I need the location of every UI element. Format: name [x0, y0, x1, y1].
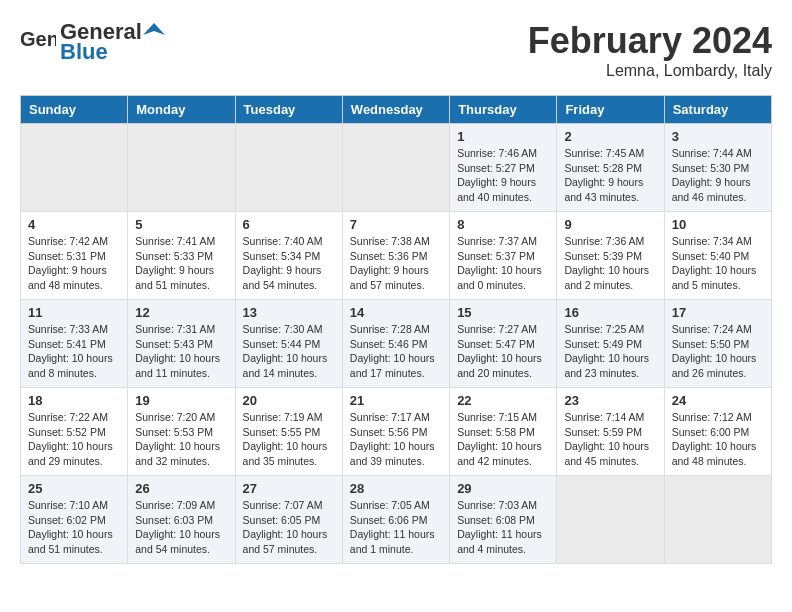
calendar-day-cell: 11Sunrise: 7:33 AM Sunset: 5:41 PM Dayli… [21, 300, 128, 388]
day-info: Sunrise: 7:37 AM Sunset: 5:37 PM Dayligh… [457, 234, 549, 293]
calendar-day-cell: 24Sunrise: 7:12 AM Sunset: 6:00 PM Dayli… [664, 388, 771, 476]
calendar-week-row: 1Sunrise: 7:46 AM Sunset: 5:27 PM Daylig… [21, 124, 772, 212]
calendar-week-row: 11Sunrise: 7:33 AM Sunset: 5:41 PM Dayli… [21, 300, 772, 388]
day-number: 15 [457, 305, 549, 320]
day-info: Sunrise: 7:24 AM Sunset: 5:50 PM Dayligh… [672, 322, 764, 381]
day-number: 19 [135, 393, 227, 408]
day-info: Sunrise: 7:34 AM Sunset: 5:40 PM Dayligh… [672, 234, 764, 293]
calendar-day-cell: 2Sunrise: 7:45 AM Sunset: 5:28 PM Daylig… [557, 124, 664, 212]
day-info: Sunrise: 7:05 AM Sunset: 6:06 PM Dayligh… [350, 498, 442, 557]
calendar-day-cell: 25Sunrise: 7:10 AM Sunset: 6:02 PM Dayli… [21, 476, 128, 564]
calendar-day-cell [342, 124, 449, 212]
day-number: 17 [672, 305, 764, 320]
day-number: 6 [243, 217, 335, 232]
day-number: 3 [672, 129, 764, 144]
calendar-day-cell: 14Sunrise: 7:28 AM Sunset: 5:46 PM Dayli… [342, 300, 449, 388]
day-info: Sunrise: 7:20 AM Sunset: 5:53 PM Dayligh… [135, 410, 227, 469]
calendar-day-cell: 22Sunrise: 7:15 AM Sunset: 5:58 PM Dayli… [450, 388, 557, 476]
weekday-header-friday: Friday [557, 96, 664, 124]
day-info: Sunrise: 7:41 AM Sunset: 5:33 PM Dayligh… [135, 234, 227, 293]
day-info: Sunrise: 7:36 AM Sunset: 5:39 PM Dayligh… [564, 234, 656, 293]
calendar-week-row: 4Sunrise: 7:42 AM Sunset: 5:31 PM Daylig… [21, 212, 772, 300]
svg-marker-1 [143, 23, 165, 35]
calendar-day-cell [21, 124, 128, 212]
day-number: 20 [243, 393, 335, 408]
calendar-day-cell: 23Sunrise: 7:14 AM Sunset: 5:59 PM Dayli… [557, 388, 664, 476]
day-number: 23 [564, 393, 656, 408]
calendar-day-cell: 1Sunrise: 7:46 AM Sunset: 5:27 PM Daylig… [450, 124, 557, 212]
day-number: 26 [135, 481, 227, 496]
day-number: 18 [28, 393, 120, 408]
day-info: Sunrise: 7:15 AM Sunset: 5:58 PM Dayligh… [457, 410, 549, 469]
day-number: 13 [243, 305, 335, 320]
day-number: 2 [564, 129, 656, 144]
day-number: 11 [28, 305, 120, 320]
calendar-day-cell: 4Sunrise: 7:42 AM Sunset: 5:31 PM Daylig… [21, 212, 128, 300]
calendar-day-cell: 21Sunrise: 7:17 AM Sunset: 5:56 PM Dayli… [342, 388, 449, 476]
day-info: Sunrise: 7:28 AM Sunset: 5:46 PM Dayligh… [350, 322, 442, 381]
day-number: 27 [243, 481, 335, 496]
day-info: Sunrise: 7:09 AM Sunset: 6:03 PM Dayligh… [135, 498, 227, 557]
day-info: Sunrise: 7:12 AM Sunset: 6:00 PM Dayligh… [672, 410, 764, 469]
day-number: 10 [672, 217, 764, 232]
calendar-day-cell: 10Sunrise: 7:34 AM Sunset: 5:40 PM Dayli… [664, 212, 771, 300]
day-info: Sunrise: 7:22 AM Sunset: 5:52 PM Dayligh… [28, 410, 120, 469]
calendar-day-cell: 3Sunrise: 7:44 AM Sunset: 5:30 PM Daylig… [664, 124, 771, 212]
calendar-day-cell: 26Sunrise: 7:09 AM Sunset: 6:03 PM Dayli… [128, 476, 235, 564]
month-title: February 2024 [528, 20, 772, 62]
calendar-day-cell: 29Sunrise: 7:03 AM Sunset: 6:08 PM Dayli… [450, 476, 557, 564]
day-info: Sunrise: 7:03 AM Sunset: 6:08 PM Dayligh… [457, 498, 549, 557]
weekday-header-saturday: Saturday [664, 96, 771, 124]
weekday-header-thursday: Thursday [450, 96, 557, 124]
day-number: 21 [350, 393, 442, 408]
calendar-day-cell: 28Sunrise: 7:05 AM Sunset: 6:06 PM Dayli… [342, 476, 449, 564]
calendar-day-cell: 16Sunrise: 7:25 AM Sunset: 5:49 PM Dayli… [557, 300, 664, 388]
calendar-day-cell: 17Sunrise: 7:24 AM Sunset: 5:50 PM Dayli… [664, 300, 771, 388]
day-number: 28 [350, 481, 442, 496]
day-number: 25 [28, 481, 120, 496]
calendar-day-cell [235, 124, 342, 212]
logo-icon: General [20, 24, 56, 60]
day-info: Sunrise: 7:10 AM Sunset: 6:02 PM Dayligh… [28, 498, 120, 557]
weekday-header-wednesday: Wednesday [342, 96, 449, 124]
day-info: Sunrise: 7:31 AM Sunset: 5:43 PM Dayligh… [135, 322, 227, 381]
day-info: Sunrise: 7:07 AM Sunset: 6:05 PM Dayligh… [243, 498, 335, 557]
day-info: Sunrise: 7:17 AM Sunset: 5:56 PM Dayligh… [350, 410, 442, 469]
calendar-day-cell: 12Sunrise: 7:31 AM Sunset: 5:43 PM Dayli… [128, 300, 235, 388]
day-number: 14 [350, 305, 442, 320]
day-number: 7 [350, 217, 442, 232]
calendar-day-cell: 27Sunrise: 7:07 AM Sunset: 6:05 PM Dayli… [235, 476, 342, 564]
day-info: Sunrise: 7:40 AM Sunset: 5:34 PM Dayligh… [243, 234, 335, 293]
calendar-day-cell [128, 124, 235, 212]
day-number: 22 [457, 393, 549, 408]
calendar-week-row: 25Sunrise: 7:10 AM Sunset: 6:02 PM Dayli… [21, 476, 772, 564]
day-number: 1 [457, 129, 549, 144]
calendar-day-cell [664, 476, 771, 564]
day-number: 12 [135, 305, 227, 320]
day-info: Sunrise: 7:38 AM Sunset: 5:36 PM Dayligh… [350, 234, 442, 293]
calendar-day-cell: 19Sunrise: 7:20 AM Sunset: 5:53 PM Dayli… [128, 388, 235, 476]
day-number: 5 [135, 217, 227, 232]
calendar-day-cell: 7Sunrise: 7:38 AM Sunset: 5:36 PM Daylig… [342, 212, 449, 300]
header: General General Blue February 2024 Lemna… [20, 20, 772, 80]
calendar-week-row: 18Sunrise: 7:22 AM Sunset: 5:52 PM Dayli… [21, 388, 772, 476]
weekday-header-tuesday: Tuesday [235, 96, 342, 124]
day-info: Sunrise: 7:42 AM Sunset: 5:31 PM Dayligh… [28, 234, 120, 293]
calendar-day-cell [557, 476, 664, 564]
logo-text-blue: Blue [60, 40, 165, 64]
calendar-day-cell: 9Sunrise: 7:36 AM Sunset: 5:39 PM Daylig… [557, 212, 664, 300]
weekday-header-row: SundayMondayTuesdayWednesdayThursdayFrid… [21, 96, 772, 124]
day-info: Sunrise: 7:30 AM Sunset: 5:44 PM Dayligh… [243, 322, 335, 381]
calendar-day-cell: 20Sunrise: 7:19 AM Sunset: 5:55 PM Dayli… [235, 388, 342, 476]
day-number: 29 [457, 481, 549, 496]
calendar-day-cell: 15Sunrise: 7:27 AM Sunset: 5:47 PM Dayli… [450, 300, 557, 388]
day-info: Sunrise: 7:33 AM Sunset: 5:41 PM Dayligh… [28, 322, 120, 381]
calendar-day-cell: 18Sunrise: 7:22 AM Sunset: 5:52 PM Dayli… [21, 388, 128, 476]
day-info: Sunrise: 7:44 AM Sunset: 5:30 PM Dayligh… [672, 146, 764, 205]
location-title: Lemna, Lombardy, Italy [528, 62, 772, 80]
day-info: Sunrise: 7:45 AM Sunset: 5:28 PM Dayligh… [564, 146, 656, 205]
day-info: Sunrise: 7:19 AM Sunset: 5:55 PM Dayligh… [243, 410, 335, 469]
day-number: 24 [672, 393, 764, 408]
svg-text:General: General [20, 28, 56, 50]
calendar-day-cell: 13Sunrise: 7:30 AM Sunset: 5:44 PM Dayli… [235, 300, 342, 388]
